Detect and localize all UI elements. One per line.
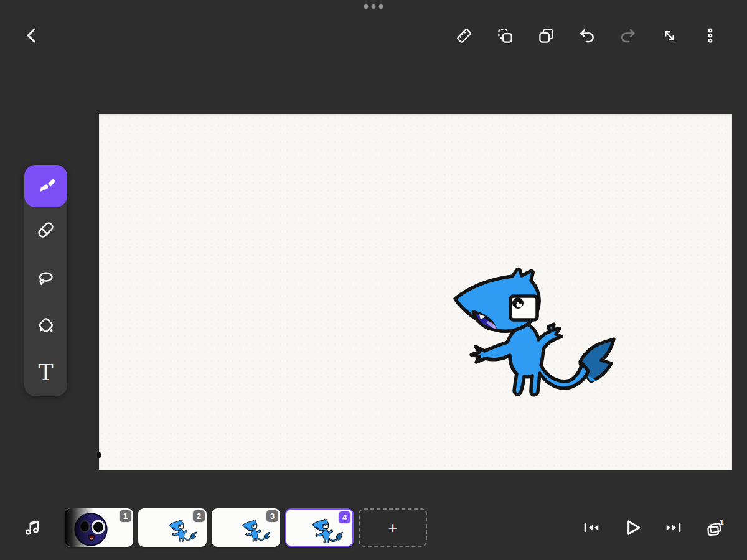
layers-button[interactable]: 1 [701, 514, 728, 541]
back-button[interactable] [19, 22, 46, 49]
frame-timeline: 1 2 3 4 + [65, 508, 427, 547]
topbar-actions [451, 22, 723, 49]
paste-icon [497, 27, 514, 44]
add-frame-button[interactable]: + [359, 508, 427, 547]
frame-thumbnail-4-selected[interactable]: 4 [285, 508, 354, 547]
lasso-icon [37, 268, 55, 289]
frame-number-badge: 4 [338, 511, 351, 524]
layer-count-label: 1 [720, 518, 724, 526]
brush-icon [37, 176, 55, 197]
skip-to-last-frame-icon [664, 520, 683, 536]
drawing-canvas[interactable] [99, 114, 732, 470]
paint-bucket-icon [37, 315, 55, 336]
redo-icon [619, 27, 637, 44]
undo-button[interactable] [574, 22, 600, 49]
play-icon [622, 517, 643, 538]
tool-sidebar: T [24, 165, 67, 396]
text-tool-icon: T [38, 362, 53, 384]
frame-number-badge: 2 [192, 510, 205, 523]
more-menu-button[interactable] [697, 22, 723, 49]
eraser-icon [37, 221, 55, 241]
ruler-icon [456, 27, 472, 44]
playback-controls: 1 [578, 514, 728, 541]
canvas-character-drawing [442, 259, 632, 403]
canvas-stray-mark [97, 452, 101, 458]
layers-icon: 1 [705, 518, 725, 537]
skip-to-first-frame-icon [582, 520, 601, 536]
resize-canvas-button[interactable] [656, 22, 682, 49]
copy-icon [538, 27, 555, 44]
ruler-button[interactable] [451, 22, 477, 49]
redo-button[interactable] [615, 22, 641, 49]
copy-button[interactable] [533, 22, 559, 49]
brush-tool-button[interactable] [24, 165, 67, 207]
play-button[interactable] [619, 514, 646, 541]
frame-number-badge: 1 [119, 510, 132, 523]
frame-number-badge: 3 [266, 510, 279, 523]
frame-thumbnail-1[interactable]: 1 [65, 508, 133, 547]
plus-icon: + [388, 518, 397, 538]
paste-button[interactable] [492, 22, 518, 49]
frame-thumbnail-2[interactable]: 2 [138, 508, 207, 547]
skip-to-first-frame-button[interactable] [578, 514, 605, 541]
music-button[interactable] [19, 514, 46, 541]
drag-handle-dots-icon[interactable] [364, 4, 383, 9]
frame-thumbnail-3[interactable]: 3 [212, 508, 280, 547]
chevron-left-icon [23, 26, 42, 45]
lasso-tool-button[interactable] [24, 254, 67, 302]
resize-diagonal-icon [661, 27, 678, 44]
text-tool-button[interactable]: T [24, 349, 67, 396]
eraser-tool-button[interactable] [24, 207, 67, 254]
kebab-menu-icon [702, 27, 718, 44]
fill-tool-button[interactable] [24, 302, 67, 349]
undo-icon [578, 27, 596, 44]
music-note-icon [23, 518, 42, 537]
skip-to-last-frame-button[interactable] [660, 514, 687, 541]
